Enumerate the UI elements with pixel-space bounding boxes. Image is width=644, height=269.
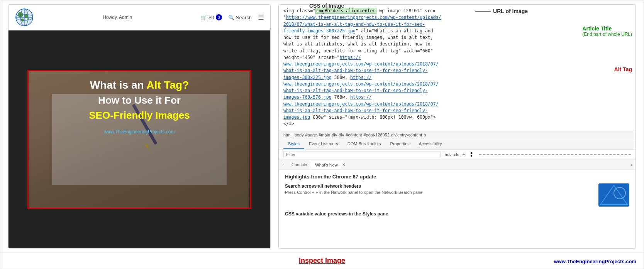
site-header: Howdy, Admin 🛒 $0 0 🔍 Search ☰ <box>8 5 270 30</box>
howdy-text: Howdy, Admin <box>103 15 132 20</box>
expand-arrow[interactable]: › <box>631 162 632 167</box>
tab-accessibility[interactable]: Accessibility <box>414 139 447 149</box>
svg-point-7 <box>24 14 28 18</box>
content-area: Howdy, Admin 🛒 $0 0 🔍 Search ☰ <box>0 0 644 252</box>
breadcrumb-entry[interactable]: div.entry-content <box>391 133 422 137</box>
close-icon[interactable]: ✕ <box>342 162 346 167</box>
drag-handle[interactable]: ⋮ <box>282 162 286 167</box>
whats-new-item-1: Search across all network headers Press … <box>285 183 629 207</box>
footer-branding: www.TheEngineeringProjects.com <box>554 259 636 264</box>
breadcrumb-page[interactable]: #page <box>305 133 317 137</box>
whats-new-item-2: CSS variable value previews in the Style… <box>285 211 629 217</box>
site-image-container: What is an Alt Tag? How to Use it For SE… <box>8 30 270 248</box>
tab-dom-breakpoints[interactable]: DOM Breakpoints <box>343 139 386 149</box>
image-title-line1: What is an Alt Tag? <box>36 79 242 91</box>
main-container: Howdy, Admin 🛒 $0 0 🔍 Search ☰ <box>0 0 644 269</box>
breadcrumb-main[interactable]: #main <box>319 133 330 137</box>
devtools-tabs: Styles Event Listeners DOM Breakpoints P… <box>279 139 636 150</box>
thumb-svg <box>598 183 629 207</box>
down-arrow[interactable]: ▼ <box>470 155 473 158</box>
site-nav: 🛒 $0 0 🔍 Search ☰ <box>201 13 264 22</box>
tab-styles[interactable]: Styles <box>283 139 304 149</box>
inspect-image-link[interactable]: Inspect Image <box>299 257 345 264</box>
breadcrumb-body[interactable]: body <box>295 133 304 137</box>
right-panel: CSS of Image URL of Image Article Title … <box>278 4 636 249</box>
globe-logo <box>15 8 34 27</box>
whats-new-item-1-title: Search across all network headers <box>285 183 595 189</box>
search-button[interactable]: 🔍 Search <box>228 15 252 20</box>
website-preview: Howdy, Admin 🛒 $0 0 🔍 Search ☰ <box>8 4 271 249</box>
svg-point-8 <box>21 18 24 22</box>
filter-input[interactable] <box>283 151 441 158</box>
tab-properties[interactable]: Properties <box>386 139 414 149</box>
breadcrumb-div2[interactable]: div <box>339 133 344 137</box>
whats-new-thumb <box>598 183 629 207</box>
cart-badge: 0 <box>216 14 222 20</box>
devtools-filter-row: :hov .cls + ▲ ▼ <box>279 150 636 160</box>
code-tag-start: <img class=" <box>283 8 315 13</box>
devtools-panel: <img class="imgBorders aligncenter wp-im… <box>278 4 636 249</box>
svg-point-9 <box>27 18 29 20</box>
cart-amount: $0 <box>208 15 214 20</box>
breadcrumb-content[interactable]: #content <box>346 133 362 137</box>
image-text-overlay: What is an Alt Tag? How to Use it For SE… <box>29 71 250 142</box>
dashed-separator <box>479 154 631 155</box>
tab-event-listeners[interactable]: Event Listeners <box>304 139 343 149</box>
devtools-console-area: ⋮ Console What's New ✕ › Highlights from… <box>279 160 636 249</box>
plus-icon[interactable]: + <box>462 151 465 158</box>
image-title-line2: How to Use it For <box>36 94 242 106</box>
search-icon: 🔍 <box>228 15 234 20</box>
breadcrumb-post[interactable]: #post-128052 <box>364 133 390 137</box>
hamburger-icon[interactable]: ☰ <box>258 13 264 22</box>
cart-symbol: 🛒 <box>201 15 207 20</box>
bottom-section: Inspect Image <box>0 252 644 269</box>
code-300w: 300w, <box>332 75 350 80</box>
devtools-breadcrumb: html body #page #main div div #content #… <box>279 131 636 139</box>
whats-new-item-1-desc: Press Control + F in the Network panel t… <box>285 190 595 195</box>
scroll-arrows[interactable]: ▲ ▼ <box>470 151 473 158</box>
image-highlight: Alt Tag? <box>146 79 189 91</box>
whats-new-title: Highlights from the Chrome 67 update <box>285 174 629 180</box>
search-label: Search <box>236 15 252 20</box>
tab-whats-new[interactable]: What's New <box>311 161 342 169</box>
breadcrumb-html[interactable]: html <box>283 133 291 137</box>
tab-console[interactable]: Console <box>288 161 311 168</box>
image-watermark: www.TheEngineeringProjects.com <box>36 129 242 134</box>
svg-point-6 <box>18 12 23 17</box>
image-title-line3: SEO-Friendly Images <box>36 109 242 121</box>
breadcrumb-p[interactable]: p <box>424 133 426 137</box>
filter-hint: :hov .cls <box>444 152 459 157</box>
whats-new-item-2-title: CSS variable value previews in the Style… <box>285 211 629 217</box>
console-tabs-row: ⋮ Console What's New ✕ › <box>279 160 636 170</box>
code-768w: 768w, <box>332 94 350 100</box>
whats-new-content: Highlights from the Chrome 67 update Sea… <box>279 170 636 249</box>
cart-icon[interactable]: 🛒 $0 0 <box>201 14 222 20</box>
code-highlighted: imgBorders aligncenter <box>315 8 376 14</box>
article-image: What is an Alt Tag? How to Use it For SE… <box>27 70 251 209</box>
devtools-code-area: <img class="imgBorders aligncenter wp-im… <box>279 5 636 131</box>
breadcrumb-div1[interactable]: div <box>332 133 337 137</box>
